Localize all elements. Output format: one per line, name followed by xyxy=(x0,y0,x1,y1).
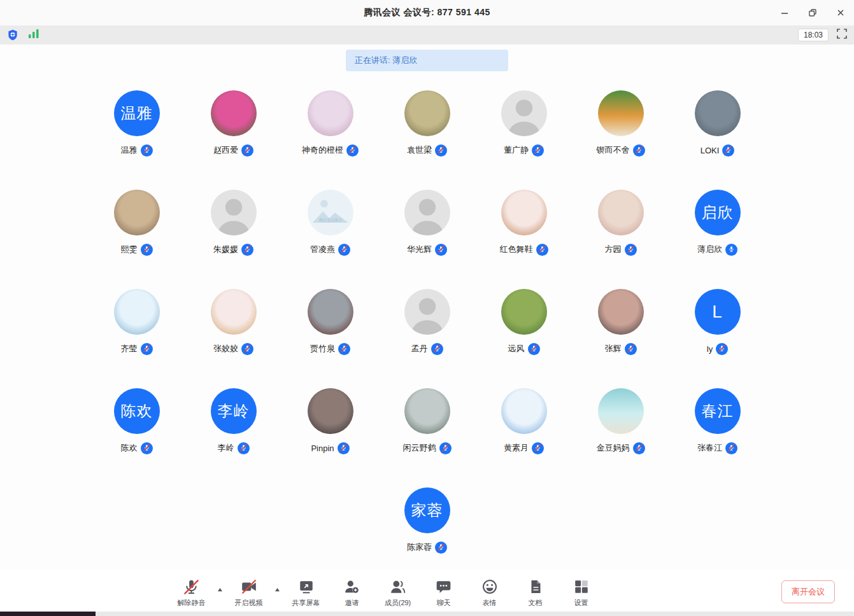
mic-muted-icon xyxy=(183,578,200,596)
toolbar-members-button[interactable]: 成员(29) xyxy=(380,578,416,608)
participant-tile[interactable]: 远风 xyxy=(476,289,573,355)
speaking-banner: 正在讲话: 薄启欣 xyxy=(346,50,508,71)
mic-muted-badge-icon xyxy=(435,144,447,157)
participant-tile[interactable]: 孟丹 xyxy=(379,289,476,355)
participant-tile[interactable]: 神奇的橙橙 xyxy=(282,90,379,157)
participant-name: LOKI xyxy=(701,146,720,155)
meeting-security-shield-icon[interactable] xyxy=(6,29,19,41)
bottom-edge-strip xyxy=(0,612,854,616)
participant-tile[interactable]: LOKI xyxy=(669,90,766,157)
participant-tile[interactable]: 齐莹 xyxy=(89,289,185,355)
mic-options-caret[interactable] xyxy=(217,580,224,608)
participant-name: 黄素月 xyxy=(504,442,529,454)
participant-tile[interactable]: 贾竹泉 xyxy=(282,289,379,355)
participant-tile[interactable]: 温雅 温雅 xyxy=(89,90,185,157)
mic-muted-badge-icon xyxy=(141,144,153,157)
video-options-caret[interactable] xyxy=(274,580,281,608)
participant-tile[interactable]: 袁世梁 xyxy=(379,90,476,157)
participant-avatar xyxy=(501,90,547,136)
participant-tile[interactable]: 陈欢 陈欢 xyxy=(89,388,185,454)
mic-muted-badge-icon xyxy=(633,442,645,454)
participant-avatar xyxy=(211,289,257,335)
minimize-button[interactable] xyxy=(779,7,790,18)
camera-off-icon xyxy=(240,578,258,596)
fullscreen-icon[interactable] xyxy=(836,28,848,42)
participant-tile[interactable]: 春江 张春江 xyxy=(669,388,766,454)
mic-muted-badge-icon xyxy=(633,144,645,157)
participant-name: 李岭 xyxy=(218,442,234,454)
mic-muted-badge-icon xyxy=(536,244,548,256)
participant-tile[interactable]: 熙雯 xyxy=(89,190,185,256)
participant-tile[interactable]: Pinpin xyxy=(282,388,379,454)
mic-active-badge-icon xyxy=(725,244,737,256)
participant-tile[interactable]: 朱媛媛 xyxy=(185,190,282,256)
participant-avatar xyxy=(501,388,547,434)
participant-name: 管凌燕 xyxy=(310,244,335,255)
toolbar-emoji-button[interactable]: 表情 xyxy=(471,578,508,608)
mic-muted-badge-icon xyxy=(338,244,350,256)
participant-avatar: 李岭 xyxy=(211,388,257,434)
participant-tile[interactable]: 启欣 薄启欣 xyxy=(669,190,766,256)
toolbar-share-screen-button[interactable]: 共享屏幕 xyxy=(288,578,325,608)
toolbar-invite-button[interactable]: 邀请 xyxy=(334,578,371,608)
members-icon xyxy=(389,578,406,596)
toolbar-docs-button[interactable]: 文档 xyxy=(517,578,554,608)
title-bar: 腾讯会议 会议号: 877 591 445 xyxy=(0,0,854,25)
mic-muted-badge-icon xyxy=(725,442,737,454)
participant-avatar: 图片无法显示 xyxy=(308,190,353,235)
close-button[interactable] xyxy=(835,7,846,18)
participant-tile[interactable]: 金豆妈妈 xyxy=(573,388,669,454)
mic-muted-badge-icon xyxy=(241,343,253,355)
participant-tile[interactable]: 董广静 xyxy=(476,90,573,157)
participant-name: 董广静 xyxy=(504,144,529,156)
participant-avatar xyxy=(598,289,644,335)
participant-tile[interactable]: 赵西爱 xyxy=(185,90,282,157)
participant-name: 红色舞鞋 xyxy=(500,244,533,255)
participant-name: 张姣姣 xyxy=(213,343,238,354)
participant-name: 张春江 xyxy=(697,442,722,454)
participant-avatar xyxy=(404,190,450,235)
participant-avatar xyxy=(211,190,257,235)
participant-tile[interactable]: 锲而不舍 xyxy=(573,90,669,157)
meeting-window: 腾讯会议 会议号: 877 591 445 xyxy=(0,0,854,616)
participant-avatar xyxy=(114,190,160,235)
participant-tile[interactable]: 黄素月 xyxy=(476,388,573,454)
participant-avatar: 温雅 xyxy=(114,90,160,136)
participant-avatar xyxy=(501,190,547,235)
chat-icon xyxy=(435,578,452,596)
docs-icon xyxy=(528,578,543,596)
participant-avatar xyxy=(404,90,450,136)
window-title: 腾讯会议 会议号: 877 591 445 xyxy=(364,7,490,18)
restore-button[interactable] xyxy=(807,7,818,18)
participant-row: 熙雯 朱媛媛 图片无法显示 管凌燕 华光辉 xyxy=(0,190,854,256)
toolbar-camera-off-button[interactable]: 开启视频 xyxy=(231,578,267,608)
participant-name: 袁世梁 xyxy=(407,144,432,156)
toolbar-mic-muted-button[interactable]: 解除静音 xyxy=(173,578,210,608)
participant-tile[interactable]: 方园 xyxy=(573,190,669,256)
participant-avatar xyxy=(598,90,644,136)
mic-muted-badge-icon xyxy=(532,144,544,157)
participant-row: 温雅 温雅 赵西爱 神奇的橙橙 袁世梁 xyxy=(0,90,854,157)
participant-tile[interactable]: 闲云野鹤 xyxy=(379,388,476,454)
participant-tile[interactable]: L ly xyxy=(669,289,766,355)
mic-muted-badge-icon xyxy=(241,144,253,157)
participant-row: 齐莹 张姣姣 贾竹泉 孟丹 远风 xyxy=(0,289,854,355)
participant-tile[interactable]: 李岭 李岭 xyxy=(185,388,282,454)
toolbar-chat-button[interactable]: 聊天 xyxy=(425,578,462,608)
mic-muted-badge-icon xyxy=(431,343,443,355)
mic-muted-badge-icon xyxy=(435,244,447,256)
mic-muted-badge-icon xyxy=(238,442,250,454)
participant-tile[interactable]: 家蓉 陈家蓉 xyxy=(379,487,476,554)
participant-tile[interactable]: 华光辉 xyxy=(379,190,476,256)
network-signal-icon[interactable] xyxy=(28,29,39,41)
participant-tile[interactable]: 红色舞鞋 xyxy=(476,190,573,256)
participant-name: 贾竹泉 xyxy=(310,343,335,354)
svg-text:图片无法显示: 图片无法显示 xyxy=(319,218,342,223)
participant-tile[interactable]: 张辉 xyxy=(573,289,669,355)
participant-tile[interactable]: 张姣姣 xyxy=(185,289,282,355)
toolbar-settings-button[interactable]: 设置 xyxy=(563,578,600,608)
emoji-icon xyxy=(481,578,498,596)
participant-tile[interactable]: 图片无法显示 管凌燕 xyxy=(282,190,379,256)
leave-meeting-button[interactable]: 离开会议 xyxy=(781,580,835,603)
mic-muted-badge-icon xyxy=(141,442,153,454)
